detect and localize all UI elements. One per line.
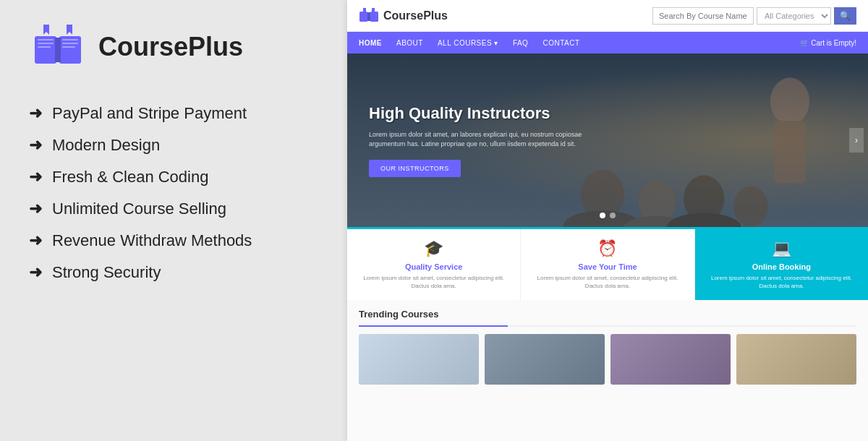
feature-item: ➜ Modern Design xyxy=(29,130,318,160)
arrow-icon: ➜ xyxy=(29,231,42,250)
services-row: 🎓 Quality Service Lorem ipsum dolor sit … xyxy=(347,227,868,300)
cart-info[interactable]: 🛒 Cart is Empty! xyxy=(800,39,856,47)
arrow-icon: ➜ xyxy=(29,168,42,187)
hero-section: High Quality Instructors Lorem ipsum dol… xyxy=(347,53,868,227)
service-card-quality: 🎓 Quality Service Lorem ipsum dolor sit … xyxy=(347,229,521,300)
online-booking-icon: 💻 xyxy=(772,239,791,258)
slider-dot-1[interactable] xyxy=(600,213,605,218)
arrow-icon: ➜ xyxy=(29,263,42,282)
service-title-time: Save Your Time xyxy=(578,262,637,271)
feature-text: Strong Security xyxy=(52,263,161,282)
feature-item: ➜ Unlimited Course Selling xyxy=(29,194,318,224)
trending-section: Trending Courses xyxy=(347,300,868,441)
svg-rect-3 xyxy=(38,39,54,40)
hero-description: Lorem ipsum dolor sit amet, an labores e… xyxy=(369,130,612,150)
service-title-booking: Online Booking xyxy=(752,262,811,271)
arrow-icon: ➜ xyxy=(29,200,42,218)
hero-cta-button[interactable]: OUR INSTRUCTORS xyxy=(369,160,461,177)
svg-rect-12 xyxy=(370,12,378,22)
course-thumbnail-4[interactable] xyxy=(736,334,856,385)
site-logo-area: CoursePlus xyxy=(359,7,448,25)
slider-next-button[interactable]: › xyxy=(849,128,864,153)
arrow-icon: ➜ xyxy=(29,136,42,155)
features-list: ➜ PayPal and Stripe Payment ➜ Modern Des… xyxy=(29,98,318,288)
site-name: CoursePlus xyxy=(383,9,448,22)
nav-item-about[interactable]: ABOUT xyxy=(396,39,423,47)
svg-rect-2 xyxy=(55,38,61,62)
feature-text: Revenue Withdraw Methods xyxy=(52,231,252,250)
nav-item-faq[interactable]: FAQ xyxy=(513,39,529,47)
svg-rect-17 xyxy=(774,121,805,183)
svg-rect-8 xyxy=(62,46,75,48)
feature-text: Fresh & Clean Coding xyxy=(52,168,208,187)
feature-text: Modern Design xyxy=(52,136,160,155)
feature-item: ➜ PayPal and Stripe Payment xyxy=(29,98,318,129)
slider-dot-2[interactable] xyxy=(610,213,616,218)
service-desc-quality: Lorem ipsum dolor sit amet, consectetur … xyxy=(359,274,509,290)
course-thumbnail-1[interactable] xyxy=(359,334,479,385)
top-bar: CoursePlus All Categories 🔍 xyxy=(347,0,868,32)
feature-text: Unlimited Course Selling xyxy=(52,200,226,218)
courses-row xyxy=(359,334,856,385)
svg-rect-13 xyxy=(367,12,370,21)
save-time-icon: ⏰ xyxy=(597,239,617,258)
course-thumbnail-3[interactable] xyxy=(610,334,731,385)
logo-text: CoursePlus xyxy=(98,32,243,62)
service-desc-booking: Lorem ipsum dolor sit amet, consectetur … xyxy=(707,274,856,290)
svg-rect-4 xyxy=(38,43,54,44)
nav-item-home[interactable]: HOME xyxy=(359,39,382,47)
book-icon xyxy=(29,22,87,72)
left-panel: CoursePlus ➜ PayPal and Stripe Payment ➜… xyxy=(0,0,347,441)
svg-point-16 xyxy=(770,78,809,125)
trending-title: Trending Courses xyxy=(359,309,856,320)
svg-rect-5 xyxy=(38,46,51,48)
hero-title: High Quality Instructors xyxy=(369,104,612,123)
search-box: All Categories 🔍 xyxy=(652,7,856,25)
feature-text: PayPal and Stripe Payment xyxy=(52,104,247,123)
svg-rect-6 xyxy=(62,39,78,40)
feature-item: ➜ Fresh & Clean Coding xyxy=(29,162,318,192)
svg-point-21 xyxy=(733,187,768,227)
logo-area: CoursePlus xyxy=(29,22,318,72)
service-title-quality: Quality Service xyxy=(405,262,463,271)
svg-rect-11 xyxy=(359,12,367,22)
slider-dots xyxy=(600,213,616,218)
nav-bar: HOME ABOUT ALL COURSES ▾ FAQ CONTACT 🛒 C… xyxy=(347,32,868,53)
search-input[interactable] xyxy=(652,7,754,25)
site-logo-icon xyxy=(359,7,379,25)
feature-item: ➜ Strong Security xyxy=(29,257,318,288)
hero-content: High Quality Instructors Lorem ipsum dol… xyxy=(347,90,634,192)
arrow-icon: ➜ xyxy=(29,104,42,123)
svg-marker-9 xyxy=(43,25,49,35)
service-desc-time: Lorem ipsum dolor sit amet, consectetur … xyxy=(532,274,682,290)
right-panel: CoursePlus All Categories 🔍 HOME ABOUT A… xyxy=(347,0,868,441)
feature-item: ➜ Revenue Withdraw Methods xyxy=(29,226,318,256)
trending-divider xyxy=(359,325,856,327)
quality-service-icon: 🎓 xyxy=(424,239,443,258)
nav-item-contact[interactable]: CONTACT xyxy=(542,39,579,47)
service-card-booking: 💻 Online Booking Lorem ipsum dolor sit a… xyxy=(695,229,868,300)
nav-item-courses[interactable]: ALL COURSES ▾ xyxy=(438,39,498,47)
svg-rect-7 xyxy=(62,43,78,44)
search-button[interactable]: 🔍 xyxy=(834,7,856,25)
category-select[interactable]: All Categories xyxy=(757,7,831,25)
svg-point-24 xyxy=(666,213,741,227)
svg-marker-10 xyxy=(67,25,72,35)
service-card-time: ⏰ Save Your Time Lorem ipsum dolor sit a… xyxy=(521,229,694,300)
course-thumbnail-2[interactable] xyxy=(485,334,605,385)
